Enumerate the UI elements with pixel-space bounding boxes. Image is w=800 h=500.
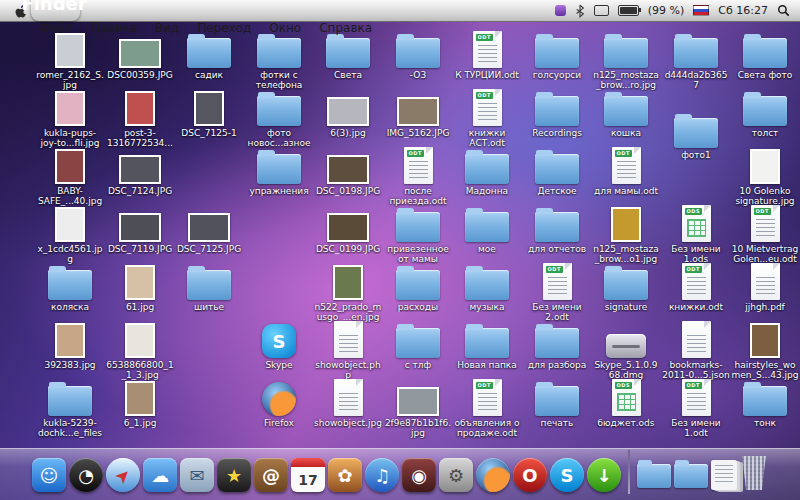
desktop-icon[interactable]: DSC_7124.JPG xyxy=(105,146,175,196)
desktop-icon[interactable]: Мадонна xyxy=(452,146,522,196)
desktop-icon[interactable]: кошка xyxy=(591,88,661,138)
dock-dashboard[interactable]: ◔ xyxy=(69,458,103,492)
desktop-icon[interactable]: ODT10 Mietvertrag Golen...eu.odt xyxy=(730,204,800,265)
desktop-icon[interactable]: DSC_7125.JPG xyxy=(174,204,244,254)
desktop-icon[interactable]: голсуорси xyxy=(522,30,592,80)
desktop-icon[interactable]: IMG_5162.JPG xyxy=(383,88,453,138)
dock-itunes[interactable]: ♫ xyxy=(365,458,399,492)
desktop-icon[interactable]: post-3-1316772534...04.jpg xyxy=(105,88,175,149)
dock-stack-folder-1[interactable] xyxy=(637,464,671,492)
desktop-icon[interactable]: bookmarks-2011-0...5.json xyxy=(661,320,731,381)
desktop-icon[interactable]: с тлф xyxy=(383,320,453,370)
dock-iphoto[interactable]: ✿ xyxy=(328,458,362,492)
dock-stack-documents[interactable] xyxy=(711,460,737,492)
desktop-icon[interactable]: kukla-pups-joy-to...fli.jpg xyxy=(35,88,105,149)
menubar-menu-6[interactable]: Окно xyxy=(260,21,310,35)
desktop-icon[interactable]: расходы xyxy=(383,262,453,312)
desktop-icon[interactable]: 392383.jpg xyxy=(35,320,105,370)
desktop-icon[interactable]: фото новос...азное xyxy=(244,88,314,149)
desktop-icon[interactable]: d444da2b3657 xyxy=(661,30,731,91)
desktop-icon[interactable]: DSC_7125-1 xyxy=(174,88,244,138)
desktop-icon[interactable]: romer_2162_S.jpg xyxy=(35,30,105,91)
desktop-icon[interactable]: signature xyxy=(591,262,661,312)
desktop-icon[interactable]: 6538866800_1_1_3.jpg xyxy=(105,320,175,381)
desktop-icon[interactable]: толст xyxy=(730,88,800,138)
desktop-icon[interactable]: фото1 xyxy=(661,110,731,160)
desktop-icon[interactable]: ODTкнижки.odt xyxy=(661,262,731,312)
desktop-icon[interactable]: ODSбюджет.ods xyxy=(591,378,661,428)
desktop-icon[interactable]: ODTК ТУРЦИИ.odt xyxy=(452,30,522,80)
dock-imovie[interactable]: ★ xyxy=(217,458,251,492)
desktop-icon[interactable]: музыка xyxy=(452,262,522,312)
desktop-icon[interactable]: SSkype xyxy=(244,320,314,370)
desktop-icon[interactable]: ODTдля мамы.odt xyxy=(591,146,661,196)
desktop-icon[interactable]: упражнения xyxy=(244,146,314,196)
menubar-menu-5[interactable]: Переход xyxy=(188,21,260,35)
desktop-icon[interactable]: BABY-SAFE_...40.jpg xyxy=(35,146,105,207)
battery-icon[interactable] xyxy=(618,5,639,16)
desktop-icon[interactable]: Света xyxy=(313,30,383,80)
spotlight-search-icon[interactable] xyxy=(777,4,790,17)
status-app-icon[interactable] xyxy=(555,5,566,16)
dock-safari[interactable]: ➤ xyxy=(106,458,140,492)
dock-opera[interactable]: O xyxy=(513,458,547,492)
desktop-icon[interactable]: ODTобъявления о продаже.odt xyxy=(452,378,522,439)
desktop-icon[interactable]: 6_1.jpg xyxy=(105,378,175,428)
desktop-icon[interactable]: ODTпосле приезда.odt xyxy=(383,146,453,207)
desktop-icon[interactable]: DSC_7119.JPG xyxy=(105,204,175,254)
menubar-menu-2[interactable]: Файл xyxy=(31,21,82,35)
desktop-icon[interactable]: Новая папка xyxy=(452,320,522,370)
desktop-icon[interactable]: ODTБез имени 2.odt xyxy=(522,262,592,323)
desktop-icon[interactable]: шитье xyxy=(174,262,244,312)
dock-system-preferences[interactable]: ⚙ xyxy=(439,458,473,492)
desktop-icon[interactable]: 61.jpg xyxy=(105,262,175,312)
menubar-menu-4[interactable]: Вид xyxy=(146,21,188,35)
desktop-icon[interactable]: DSC_0199.JPG xyxy=(313,204,383,254)
desktop-icon[interactable]: 6(3).jpg xyxy=(313,88,383,138)
desktop-icon[interactable]: 2f9e87b1b1f6.jpg xyxy=(383,378,453,439)
dock-finder[interactable]: ☺ xyxy=(32,458,66,492)
desktop-icon[interactable]: Recordings xyxy=(522,88,592,138)
desktop-icon[interactable]: -O3 xyxy=(383,30,453,80)
dock-stack-folder-2[interactable] xyxy=(674,464,708,492)
displays-icon[interactable] xyxy=(594,5,609,16)
desktop-icon[interactable]: DSC00359.JPG xyxy=(105,30,175,80)
desktop-icon[interactable]: ODTБез имени 1.odt xyxy=(661,378,731,439)
desktop-icon[interactable]: Света фото xyxy=(730,30,800,80)
desktop-icon[interactable]: hairstyles_women_S...43.jpg xyxy=(730,320,800,381)
input-language-flag-icon[interactable] xyxy=(693,5,709,16)
desktop-icon[interactable]: ODSБез имени 1.ods xyxy=(661,204,731,265)
dock-ical[interactable]: 17 xyxy=(291,458,325,492)
bluetooth-icon[interactable] xyxy=(575,4,585,18)
desktop-icon[interactable]: для разбора xyxy=(522,320,592,370)
desktop-icon[interactable]: фотки с телефона xyxy=(244,30,314,91)
desktop-icon[interactable]: мое xyxy=(452,204,522,254)
desktop-icon[interactable]: садик xyxy=(174,30,244,80)
desktop-icon[interactable]: 10 Golenko signature.jpg xyxy=(730,146,800,207)
dock-mail[interactable]: ✉ xyxy=(180,458,214,492)
desktop-icon[interactable]: x_1cdc4561.jpg xyxy=(35,204,105,265)
menubar-menu-3[interactable]: Правка xyxy=(82,21,146,35)
desktop-icon[interactable]: Firefox xyxy=(244,378,314,428)
desktop-icon[interactable]: коляска xyxy=(35,262,105,312)
dock-ichat[interactable]: ☁ xyxy=(143,458,177,492)
desktop-icon[interactable]: Детское xyxy=(522,146,592,196)
desktop-icon[interactable]: для отчетов xyxy=(522,204,592,254)
menubar-clock[interactable]: Сб 16:27 xyxy=(718,4,768,17)
dock-photo-booth[interactable]: ◉ xyxy=(402,458,436,492)
dock-firefox[interactable] xyxy=(476,458,510,492)
desktop-icon[interactable]: showobject.php xyxy=(313,320,383,381)
menubar-menu-1[interactable]: Finder xyxy=(31,0,80,21)
dock-trash[interactable] xyxy=(740,456,768,492)
desktop-icon[interactable]: jjhgh.pdf xyxy=(730,262,800,312)
dock-skype[interactable]: S xyxy=(550,458,584,492)
menubar-menu-7[interactable]: Справка xyxy=(310,21,381,35)
desktop-icon[interactable]: DSC_0198.JPG xyxy=(313,146,383,196)
desktop[interactable]: FinderФайлПравкаВидПереходОкноСправка (9… xyxy=(0,0,800,500)
dock-address-book[interactable]: @ xyxy=(254,458,288,492)
desktop-icon[interactable]: Skype_5.1.0.968.dmg xyxy=(591,320,661,381)
desktop-icon[interactable]: привезенное от мамы xyxy=(383,204,453,265)
desktop-icon[interactable]: тонк xyxy=(730,378,800,428)
dock-download-manager[interactable]: ↓ xyxy=(587,458,621,492)
desktop-icon[interactable]: n125_mostaza_brow...o1.jpg xyxy=(591,204,661,265)
